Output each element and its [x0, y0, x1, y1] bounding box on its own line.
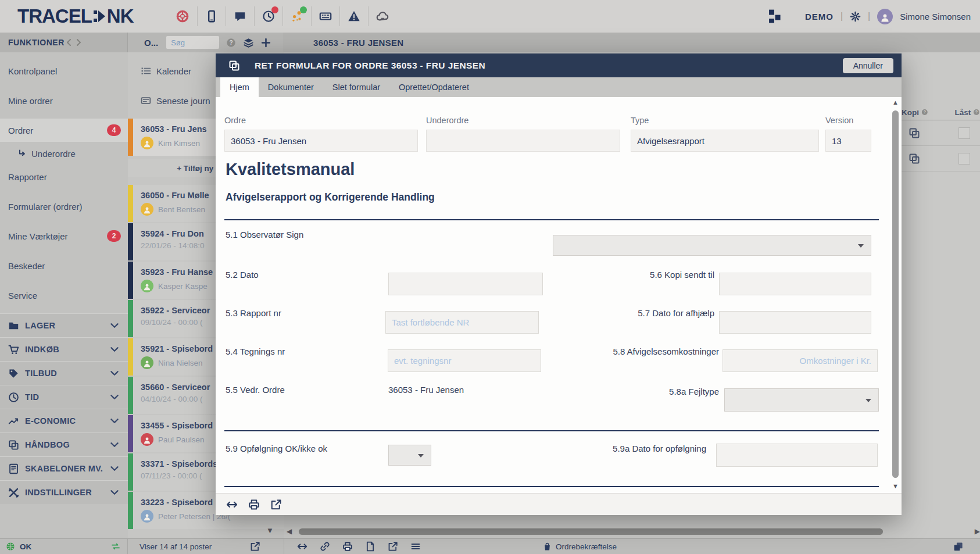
dato-input[interactable]	[388, 273, 543, 295]
menu-icon[interactable]	[410, 541, 421, 552]
arrows-horizontal-icon[interactable]	[297, 541, 307, 552]
locked-checkbox[interactable]	[958, 153, 970, 165]
sidebar-item-label: Rapporter	[8, 172, 47, 182]
avatar[interactable]	[877, 9, 893, 24]
header-toolbar-button[interactable]	[339, 6, 368, 26]
sidebar-item[interactable]: Formularer (ordrer)	[0, 195, 128, 218]
sidebar-item[interactable]: Ordrer 4	[0, 119, 128, 142]
layers-icon[interactable]	[243, 37, 254, 48]
divider	[224, 430, 879, 431]
sidebar-item[interactable]: Kontrolpanel	[0, 59, 128, 83]
type-field[interactable]: Afvigelsesrapport	[631, 130, 819, 152]
modal-tab[interactable]: Oprettet/Opdateret	[389, 77, 478, 97]
afvigelsesomkostninger-input[interactable]	[723, 349, 878, 372]
scrollbar-thumb[interactable]	[299, 528, 883, 535]
pdf-icon[interactable]	[365, 541, 375, 552]
sidebar-section[interactable]: HÅNDBOG	[0, 433, 128, 456]
header-toolbar-button[interactable]	[254, 6, 282, 26]
kopi-sendt-til-input[interactable]	[719, 273, 871, 295]
version-field[interactable]: 13	[825, 130, 871, 152]
printer-icon[interactable]	[342, 541, 353, 552]
sidebar-section[interactable]: INDSTILLINGER	[0, 480, 128, 504]
sidebar-section[interactable]: E-CONOMIC	[0, 409, 128, 433]
export-icon[interactable]	[388, 541, 398, 552]
modal-tab[interactable]: Dokumenter	[259, 77, 323, 97]
cancel-button[interactable]: Annuller	[843, 58, 893, 73]
search-input[interactable]	[166, 36, 219, 49]
user-name[interactable]: Simone Simonsen	[900, 12, 971, 22]
dato-for-afhjaelp-input[interactable]	[719, 311, 871, 334]
tools-icon	[8, 487, 19, 498]
sidebar-section[interactable]: SKABELONER MV.	[0, 456, 128, 480]
document-type-chip[interactable]: Ordrebekræftelse	[543, 542, 617, 551]
document-type-label: Ordrebekræftelse	[556, 542, 617, 551]
stack-icon[interactable]	[953, 541, 964, 552]
scroll-left-arrow[interactable]: ◀	[287, 527, 292, 535]
underordre-field[interactable]	[426, 130, 620, 152]
modal-tab[interactable]: Slet formular	[323, 77, 389, 97]
sidebar-item[interactable]: Underordre	[0, 142, 128, 165]
keyboard-icon	[319, 10, 332, 23]
scrollbar-thumb[interactable]	[892, 110, 899, 478]
horizontal-scrollbar[interactable]: ◀ ▶	[284, 525, 980, 538]
rapport-nr-input[interactable]	[385, 311, 539, 334]
ordre-label: Ordre	[224, 116, 246, 125]
ordre-field[interactable]: 36053 - Fru Jensen	[224, 130, 418, 152]
scroll-down-arrow[interactable]: ▼	[266, 526, 274, 535]
sidebar-item[interactable]: Beskeder	[0, 254, 128, 277]
export-icon[interactable]	[270, 499, 282, 510]
avatar	[141, 137, 153, 149]
tag-icon	[8, 368, 19, 379]
scroll-up-arrow[interactable]: ▲	[892, 99, 899, 106]
header-toolbar-button[interactable]	[282, 6, 311, 26]
sidebar-item[interactable]: Mine Værktøjer 2	[0, 224, 128, 248]
header-toolbar-button[interactable]	[368, 6, 396, 26]
tegnings-nr-input[interactable]	[388, 349, 541, 372]
secondary-toolbar: FUNKTIONER O... ? 36053 - FRU JENSEN	[0, 33, 980, 52]
modal-body: Ordre 36053 - Fru Jensen Underordre Type…	[216, 97, 902, 493]
copy-icon[interactable]	[909, 127, 920, 139]
fejltype-dropdown[interactable]	[724, 388, 879, 412]
link-icon[interactable]	[320, 541, 330, 552]
chevron-left-icon[interactable]	[65, 38, 74, 47]
order-card-person: Bent Bentsen	[158, 205, 205, 214]
add-icon[interactable]	[261, 38, 271, 48]
sidebar-section[interactable]: TILBUD	[0, 361, 128, 385]
sidebar-item[interactable]: Service	[0, 284, 128, 307]
help-icon[interactable]: ?	[973, 108, 980, 117]
scroll-right-arrow[interactable]: ▶	[975, 527, 980, 535]
notification-dot	[300, 6, 307, 13]
modal-tab[interactable]: Hjem	[220, 77, 259, 97]
vertical-scrollbar[interactable]: ▲ ▼	[892, 99, 899, 489]
orders-tab[interactable]: O...	[144, 38, 158, 48]
printer-icon[interactable]	[248, 499, 260, 510]
field-5-8a-label: 5.8a Fejltype	[541, 387, 719, 396]
app-logo[interactable]: TRACEL NK	[17, 5, 134, 27]
observator-sign-dropdown[interactable]	[553, 235, 871, 256]
sidebar-item-label: Formularer (ordrer)	[8, 202, 83, 212]
gear-icon[interactable]	[850, 11, 861, 22]
dato-for-opfolgning-input[interactable]	[716, 444, 878, 467]
sidebar-section[interactable]: INDKØB	[0, 337, 128, 361]
header-toolbar-button[interactable]	[197, 6, 226, 26]
scroll-down-arrow[interactable]: ▼	[892, 482, 899, 489]
chevron-right-icon[interactable]	[74, 38, 83, 47]
opfolgning-dropdown[interactable]	[388, 445, 431, 466]
divider	[224, 486, 879, 487]
arrows-horizontal-icon[interactable]	[226, 499, 238, 510]
sync-icon[interactable]	[111, 542, 120, 551]
locked-checkbox[interactable]	[958, 127, 970, 139]
header-toolbar-button[interactable]	[169, 6, 197, 26]
export-icon[interactable]	[250, 541, 260, 552]
help-icon[interactable]: ?	[226, 38, 236, 48]
svg-text:?: ?	[924, 110, 926, 114]
header-toolbar-button[interactable]	[226, 6, 254, 26]
sidebar-section[interactable]: TID	[0, 385, 128, 409]
sidebar-item[interactable]: Rapporter	[0, 165, 128, 188]
pixel-grid-icon[interactable]	[767, 9, 782, 24]
sidebar-section[interactable]: LAGER	[0, 313, 128, 337]
copy-icon[interactable]	[909, 153, 920, 165]
sidebar-item[interactable]: Mine ordrer	[0, 89, 128, 112]
help-icon[interactable]: ?	[921, 108, 928, 117]
header-toolbar-button[interactable]	[311, 6, 339, 26]
